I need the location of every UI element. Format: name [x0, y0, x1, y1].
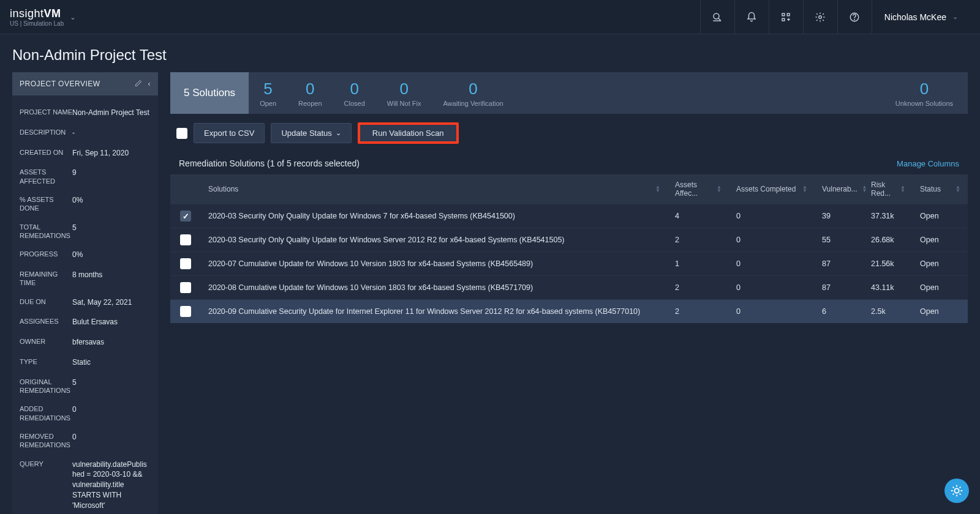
- col-status[interactable]: Status▲▼: [913, 174, 968, 204]
- edit-icon[interactable]: [135, 80, 142, 88]
- table-row[interactable]: 2020-09 Cumulative Security Update for I…: [170, 299, 968, 323]
- meta-value: 9: [72, 168, 77, 185]
- cell-status: Open: [913, 204, 968, 228]
- cell-assets: 2: [668, 300, 729, 323]
- svg-point-10: [854, 19, 855, 20]
- collapse-icon[interactable]: ‹: [148, 80, 151, 88]
- meta-row: ORIGINAL REMEDIATIONS5: [20, 373, 151, 400]
- unknown-count: 0: [920, 80, 929, 99]
- stat-label: Open: [260, 100, 276, 107]
- meta-row: ASSIGNEESBulut Ersavas: [20, 312, 151, 332]
- row-checkbox[interactable]: [180, 258, 191, 269]
- cell-solution: 2020-08 Cumulative Update for Windows 10…: [201, 276, 668, 299]
- update-status-button[interactable]: Update Status ⌄: [271, 123, 351, 143]
- cell-completed: 0: [729, 204, 815, 228]
- stat-item: 0Reopen: [287, 72, 333, 114]
- meta-value: 0: [72, 404, 77, 422]
- meta-label: DESCRIPTION: [20, 128, 72, 138]
- meta-value: Sat, May 22, 2021: [72, 297, 132, 308]
- help-icon[interactable]: [837, 0, 872, 34]
- stat-item: 5Open: [249, 72, 287, 114]
- meta-label: REMOVED REMEDIATIONS: [20, 432, 72, 450]
- row-checkbox[interactable]: [180, 234, 191, 245]
- col-vulnerabilities[interactable]: Vulnerab...▲▼: [815, 174, 864, 204]
- meta-row: TYPEStatic: [20, 352, 151, 373]
- export-csv-button[interactable]: Export to CSV: [194, 123, 265, 143]
- cell-status: Open: [913, 300, 968, 323]
- meta-row: ASSETS AFFECTED9: [20, 163, 151, 190]
- cell-assets: 2: [668, 228, 729, 251]
- cell-status: Open: [913, 252, 968, 275]
- meta-row: CREATED ONFri, Sep 11, 2020: [20, 143, 151, 163]
- chevron-down-icon[interactable]: ⌄: [70, 13, 76, 21]
- run-validation-scan-button[interactable]: Run Validation Scan: [358, 122, 459, 144]
- meta-row: QUERYvulnerability.datePublished = 2020-…: [20, 455, 151, 514]
- search-icon[interactable]: [700, 0, 734, 34]
- meta-value: Fri, Sep 11, 2020: [72, 148, 129, 158]
- meta-label: ASSETS AFFECTED: [20, 168, 72, 185]
- stat-label: Awaiting Verification: [443, 100, 503, 107]
- table-row[interactable]: 2020-08 Cumulative Update for Windows 10…: [170, 275, 968, 299]
- cell-vulnerabilities: 87: [815, 276, 864, 299]
- select-all-checkbox[interactable]: [176, 128, 187, 139]
- cell-solution: 2020-09 Cumulative Security Update for I…: [201, 300, 668, 323]
- stat-label: Reopen: [298, 100, 322, 107]
- table-header: Solutions▲▼ Assets Affec...▲▼ Assets Com…: [170, 174, 968, 204]
- sidebar-header: PROJECT OVERVIEW ‹: [12, 72, 158, 95]
- meta-value: 8 months: [72, 270, 102, 288]
- table-row[interactable]: 2020-07 Cumulative Update for Windows 10…: [170, 251, 968, 275]
- svg-rect-4: [788, 13, 790, 16]
- meta-label: TYPE: [20, 357, 72, 368]
- meta-row: REMAINING TIME8 months: [20, 265, 151, 292]
- cell-completed: 0: [729, 276, 815, 299]
- brand[interactable]: insightVM US | Simulation Lab: [10, 7, 64, 27]
- cell-vulnerabilities: 39: [815, 204, 864, 228]
- cell-vulnerabilities: 55: [815, 228, 864, 251]
- cell-risk: 2.5k: [864, 300, 913, 323]
- col-assets-affected[interactable]: Assets Affec...▲▼: [668, 174, 729, 204]
- cell-solution: 2020-07 Cumulative Update for Windows 10…: [201, 252, 668, 275]
- row-checkbox[interactable]: ✓: [180, 210, 191, 222]
- cell-completed: 0: [729, 252, 815, 275]
- meta-value: vulnerability.datePublished = 2020-03-10…: [72, 460, 151, 511]
- meta-row: PROGRESS0%: [20, 245, 151, 265]
- cell-risk: 26.68k: [864, 228, 913, 251]
- sidebar: PROJECT OVERVIEW ‹ PROJECT NAMENon-Admin…: [12, 72, 158, 514]
- meta-label: OWNER: [20, 337, 72, 348]
- row-checkbox[interactable]: [180, 306, 191, 317]
- page-title: Non-Admin Project Test: [0, 34, 980, 72]
- help-fab[interactable]: [944, 479, 969, 503]
- gear-icon[interactable]: [803, 0, 837, 34]
- user-menu[interactable]: Nicholas McKee ⌄: [872, 0, 970, 34]
- stats-bar: 5 Solutions 5Open0Reopen0Closed0Will Not…: [170, 72, 968, 114]
- manage-columns-link[interactable]: Manage Columns: [897, 159, 959, 168]
- cell-completed: 0: [729, 300, 815, 323]
- bell-icon[interactable]: [734, 0, 769, 34]
- table-row[interactable]: 2020-03 Security Only Quality Update for…: [170, 228, 968, 251]
- row-checkbox[interactable]: [180, 282, 191, 293]
- chevron-down-icon: ⌄: [336, 129, 341, 137]
- stat-value: 5: [263, 80, 272, 99]
- apps-icon[interactable]: [769, 0, 803, 34]
- cell-status: Open: [913, 228, 968, 251]
- meta-value: Static: [72, 357, 91, 368]
- table-row[interactable]: ✓2020-03 Security Only Quality Update fo…: [170, 204, 968, 228]
- stat-item: 0Awaiting Verification: [432, 72, 514, 114]
- meta-row: DESCRIPTION-: [20, 123, 151, 143]
- meta-label: REMAINING TIME: [20, 270, 72, 288]
- stat-value: 0: [399, 80, 408, 99]
- meta-row: PROJECT NAMENon-Admin Project Test: [20, 103, 151, 123]
- cell-risk: 21.56k: [864, 252, 913, 275]
- meta-value: 0%: [72, 250, 83, 260]
- svg-rect-3: [782, 13, 785, 16]
- meta-value: Non-Admin Project Test: [72, 108, 149, 118]
- stats-title: 5 Solutions: [170, 72, 249, 114]
- stat-value: 0: [469, 80, 477, 99]
- col-assets-completed[interactable]: Assets Completed▲▼: [729, 174, 815, 204]
- meta-row: TOTAL REMEDIATIONS5: [20, 218, 151, 245]
- col-solutions[interactable]: Solutions▲▼: [201, 174, 668, 204]
- meta-row: % ASSETS DONE0%: [20, 190, 151, 218]
- meta-value: -: [72, 128, 75, 138]
- col-risk-reduction[interactable]: Risk Red...▲▼: [864, 174, 913, 204]
- stat-item: 0Closed: [333, 72, 376, 114]
